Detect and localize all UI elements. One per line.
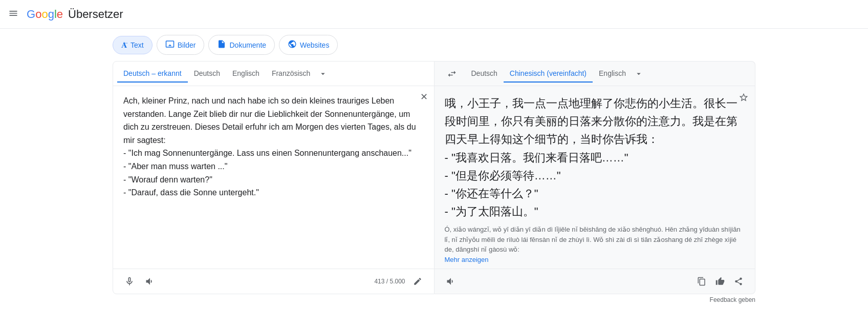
google-wordmark: Google — [27, 8, 63, 21]
share-button[interactable] — [730, 273, 747, 290]
mode-tabs: 𝐀̈ Text Bilder Dokumente Websites — [0, 29, 868, 61]
target-action-buttons — [693, 273, 747, 290]
target-lang-en[interactable]: Englisch — [593, 65, 632, 83]
speaker-button[interactable] — [142, 273, 158, 290]
char-count: 413 / 5.000 — [374, 278, 405, 285]
source-lang-auto[interactable]: Deutsch – erkannt — [117, 65, 188, 83]
source-lang-en[interactable]: Englisch — [226, 65, 266, 83]
source-lang-bar: Deutsch – erkannt Deutsch Englisch Franz… — [113, 62, 434, 86]
feedback-bar: Feedback geben — [0, 294, 868, 305]
target-lang-zh[interactable]: Chinesisch (vereinfacht) — [504, 65, 593, 83]
tab-text-label: Text — [131, 41, 144, 49]
tab-bilder[interactable]: Bilder — [157, 35, 205, 55]
target-lang-de[interactable]: Deutsch — [465, 65, 504, 83]
target-bottom-bar — [435, 269, 755, 294]
source-lang-more[interactable] — [316, 65, 330, 83]
target-speaker-button[interactable] — [443, 273, 459, 290]
tab-dokumente-label: Dokumente — [229, 41, 266, 49]
translated-text: 哦，小王子，我一点一点地理解了你悲伤的小生活。很长一段时间里，你只有美丽的日落来… — [435, 86, 755, 224]
tab-text[interactable]: 𝐀̈ Text — [113, 36, 153, 54]
more-link[interactable]: Mehr anzeigen — [445, 256, 489, 263]
logo: Google Übersetzer — [27, 8, 123, 21]
star-button[interactable] — [739, 92, 749, 104]
tab-websites[interactable]: Websites — [279, 35, 338, 55]
tab-dokumente[interactable]: Dokumente — [208, 35, 275, 55]
target-lang-more[interactable] — [632, 65, 645, 83]
tab-bilder-label: Bilder — [178, 41, 196, 49]
feedback-text[interactable]: Feedback geben — [710, 296, 755, 303]
app-title: Übersetzer — [68, 8, 123, 21]
source-lang-fr[interactable]: Französisch — [266, 65, 316, 83]
source-bottom-right: 413 / 5.000 — [374, 273, 425, 290]
source-panel: Deutsch – erkannt Deutsch Englisch Franz… — [113, 61, 435, 294]
clear-button[interactable]: ✕ — [420, 92, 428, 101]
source-lang-de[interactable]: Deutsch — [188, 65, 226, 83]
copy-button[interactable] — [693, 273, 710, 290]
mic-button[interactable] — [121, 273, 138, 290]
source-text[interactable]: Ach, kleiner Prinz, nach und nach habe i… — [123, 94, 424, 199]
menu-button[interactable] — [8, 8, 18, 20]
tab-websites-label: Websites — [300, 41, 329, 49]
image-icon — [165, 39, 175, 50]
target-text-container: 哦，小王子，我一点一点地理解了你悲伤的小生活。很长一段时间里，你只有美丽的日落来… — [435, 86, 755, 269]
target-panel: Deutsch Chinesisch (vereinfacht) Englisc… — [435, 61, 756, 294]
swap-languages-button[interactable] — [439, 65, 465, 83]
translate-icon: 𝐀̈ — [121, 40, 127, 50]
source-bottom-bar: 413 / 5.000 — [113, 269, 434, 294]
translator: Deutsch – erkannt Deutsch Englisch Franz… — [0, 61, 868, 294]
file-icon — [217, 39, 226, 50]
edit-button[interactable] — [409, 273, 426, 290]
target-lang-bar: Deutsch Chinesisch (vereinfacht) Englisc… — [435, 62, 755, 86]
transliteration-text: Ó, xiǎo wángzǐ, wǒ yī diǎn yī diǎn dì lǐ… — [435, 224, 755, 269]
web-icon — [288, 39, 297, 50]
header: Google Übersetzer — [0, 0, 868, 29]
feedback-button[interactable] — [712, 273, 728, 290]
source-text-wrapper: Ach, kleiner Prinz, nach und nach habe i… — [113, 86, 434, 269]
